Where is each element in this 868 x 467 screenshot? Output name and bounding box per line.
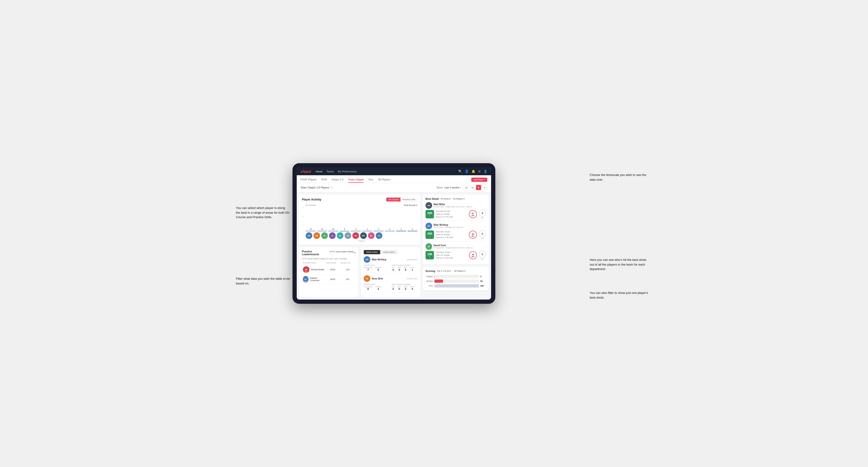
tab-team-clippd[interactable]: Team Clippd [348,177,364,183]
view-detail-icon[interactable]: ≡ [482,185,487,190]
edit-team-icon[interactable]: ✎ [331,186,333,189]
best-shots-header: Best Shots All Shots ▾ All Players ▾ [426,197,486,200]
putt-label-1: PUTT [410,267,414,269]
total-rounds-section-1: Total Rounds Tournament 7 Practice [364,264,390,271]
view-grid-icon[interactable]: ⊞ [464,185,469,190]
avatar-5[interactable]: EE [337,232,343,239]
avatar-1[interactable]: BM [306,232,312,239]
filter-shots-dropdown[interactable]: All Shots ▾ [440,198,451,200]
player-activity-card: Player Activity On Course Practice Drill… [299,195,420,245]
plus-circle-icon[interactable]: ⊕ [478,169,481,173]
stat-circle-1: 67 yds [469,210,477,218]
player-name-2: Edward Crossman [310,277,324,282]
avatar-10[interactable]: LR [376,232,382,239]
bar-rect-4 [340,230,350,231]
bar-highlight-7 [373,231,383,231]
x-axis-label: Players [306,240,417,242]
scoring-label-eagles: Eagles [426,275,433,278]
shot-chevron-icon-1[interactable]: › [485,204,486,207]
filter-players-dropdown[interactable]: All Players ▾ [453,198,465,200]
bar-value-3: 10 [332,228,334,230]
bar-col-10: 2 [407,228,417,231]
pb-score-1: 19/20 [326,269,340,271]
activities-title-2: Total Practice Activities [392,283,417,285]
shot-chevron-icon-2[interactable]: › [485,224,486,228]
active-player-name-1: Blair McHarg [372,258,386,261]
view-favorite-icon[interactable]: ♥ [476,185,481,190]
bar-value-10: 2 [412,228,413,230]
scoring-value-pars: 499 [480,285,486,287]
scoring-label-birdies: Birdies [426,280,433,282]
nav-link-teams[interactable]: Teams [327,169,334,173]
scoring-filter-type[interactable]: Par 3, 4 & 5s ▾ [437,270,451,272]
nav-link-myperformance[interactable]: My Performance [338,169,357,173]
avatar-4[interactable]: JC [329,232,336,239]
shot-dist-1: Shot Dist: 67 yds [436,210,467,213]
avatar-2[interactable]: RB [313,232,320,239]
profile-icon[interactable]: 👤 [484,169,487,173]
bar-highlight-8 [385,231,395,231]
scoring-filter-players[interactable]: All Players ▾ [454,270,466,272]
nav-link-home[interactable]: Home [316,169,322,173]
tab-most-active[interactable]: Most Active [364,250,380,254]
shot-chevron-icon-3[interactable]: › [485,245,486,248]
rounds-grid-1: Total Rounds Tournament 7 Practice [364,264,417,271]
scoring-label-pars: Pars [426,285,433,287]
shot-card-3: DF David Ford 24 Aug 2023 · Royal North … [426,241,486,261]
user-icon[interactable]: 👤 [465,169,469,173]
app-label-2: APP [398,286,401,287]
shot-stat2-2: 0 yds [479,230,486,239]
scoring-bars: Eagles 3 Birdies [426,275,486,287]
avatars-row: BM RB DF JC EE GB RB MM EC LR [306,232,417,239]
pb-avg-2: 107 [341,278,355,280]
activity-tabs: Most Active Least Active [364,250,417,254]
tab-hcaps[interactable]: Hcaps 1-5 [332,177,343,183]
shot-player-detail-2: 23 Jul 2023 · Ashridge GC, Hole 15 [434,226,463,228]
add-team-button[interactable]: Add Team + [471,178,487,182]
view-icons: ⊞ ⊟ ♥ ≡ [464,185,487,190]
tab-pgat-players[interactable]: PGAT Players [301,177,317,183]
gtt-item-1: GTT 0 [392,267,395,271]
annotation-middle-right-1: Here you can see who's hit the best shot… [590,257,651,272]
toggle-on-course[interactable]: On Course [386,198,401,201]
shot-player-row-1: MM Matt Miller 09 Jun 2023 · Royal North… [426,202,486,209]
practice-activities-section-2: Total Practice Activities GTT 0 APP [392,283,417,290]
gtt-label-1: GTT [392,267,395,269]
show-chevron-icon[interactable]: ▾ [460,186,461,189]
tab-tour[interactable]: Tour [368,177,373,183]
stat-value-3: 16 [472,253,474,256]
avatar-8[interactable]: MM [360,232,367,239]
practice-label-1: Practice [375,267,381,269]
shot-data-row-1: 200 SG Shot Dist: 67 yds Start Lie: Roug… [426,210,486,219]
bar-value-5: 5 [355,228,356,230]
bell-icon[interactable]: 🔔 [471,169,475,173]
filter-shots-chevron-icon: ▾ [450,198,451,200]
leaderboard-subtitle: PUTT Must Make Putting (3-6 ft), Last 3 … [302,257,356,260]
leaderboard-dropdown[interactable]: PUTT Must Make Putting ... ▾ [330,250,356,255]
tab-least-active[interactable]: Least Active [380,250,398,254]
tournament-item-2: Tournament 8 [364,286,372,290]
bar-highlight-6 [362,231,372,231]
scoring-bar-birdies [434,280,443,283]
practice-item-2: Practice 4 [375,286,381,290]
chart-dropdown[interactable]: Total Rounds ▾ [403,204,417,206]
y-label-15: 15 [302,207,304,209]
bar-rect-3 [328,230,338,231]
toggle-practice-drills[interactable]: Practice Drills [401,198,417,201]
arg-value-2: 0 [404,287,407,290]
bar-value-6: 4 [367,228,368,230]
avatar-7[interactable]: RB [352,232,359,239]
search-icon[interactable]: 🔍 [458,169,462,173]
avatar-6[interactable]: GB [345,232,351,239]
tab-pga[interactable]: PGA [321,177,327,183]
pb-score-2: 18/20 [326,278,340,280]
shot-player-details-2: Blair McHarg 23 Jul 2023 · Ashridge GC, … [434,224,463,228]
tab-all-players[interactable]: All Players [378,177,390,183]
view-list-icon[interactable]: ⊟ [470,185,475,190]
app-value-2: 0 [398,287,401,290]
nav-links: Home Teams My Performance [316,169,356,173]
shot-player-detail-1: 09 Jun 2023 · Royal North Devon GC, Hole… [434,206,472,208]
show-dropdown[interactable]: Last 3 months [444,186,459,189]
avatar-9[interactable]: EC [368,232,375,239]
avatar-3[interactable]: DF [321,232,328,239]
